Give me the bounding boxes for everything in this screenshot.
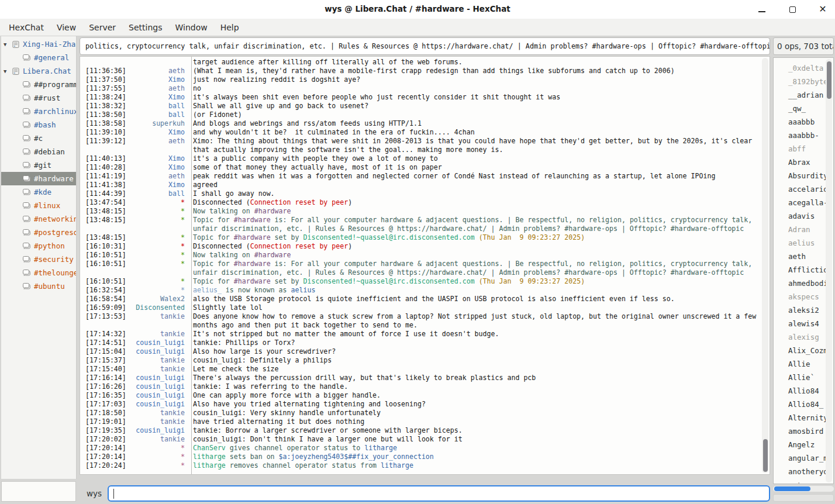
- userlist-item[interactable]: alewis4: [774, 317, 833, 330]
- tree-channel-kde[interactable]: #kde: [1, 185, 76, 199]
- userlist-item[interactable]: aaabbb: [774, 115, 833, 129]
- nick: tankie: [127, 409, 189, 417]
- userlist-scrollbar-thumb[interactable]: [827, 61, 831, 99]
- menu-hexchat[interactable]: HexChat: [2, 20, 50, 34]
- message-text: agreed: [189, 181, 760, 189]
- userlist-item[interactable]: anotheryo: [774, 465, 833, 478]
- chat-line: [13:47:54]*Disconnected (Connection rese…: [80, 198, 760, 207]
- userlist-item[interactable]: _0xdelta: [774, 61, 833, 75]
- tree-channel-linux[interactable]: #linux: [1, 199, 76, 212]
- server-icon: [12, 40, 20, 49]
- message-text: have tried alternating it but does nothi…: [189, 417, 760, 426]
- close-button[interactable]: ✕: [816, 3, 829, 16]
- nick: cousin_luigi: [127, 391, 189, 400]
- userlist-item[interactable]: abff: [774, 142, 833, 156]
- userlist-hscrollbar[interactable]: [773, 486, 834, 492]
- userlist-item[interactable]: Abrax: [774, 156, 833, 169]
- tree-item-label: #c: [34, 134, 43, 143]
- channel-icon: [22, 81, 31, 88]
- tree-server-libera-chat[interactable]: ▼Libera.Chat: [1, 64, 76, 78]
- chat-scrollbar-thumb[interactable]: [763, 439, 768, 472]
- user-list[interactable]: _0xdelta_8192byte__adrian_qw_aaabbbaaabb…: [773, 57, 834, 484]
- menu-settings[interactable]: Settings: [122, 20, 168, 34]
- tree-channel-ubuntu[interactable]: #ubuntu: [1, 279, 76, 293]
- menu-help[interactable]: Help: [214, 20, 246, 34]
- tree-channel-programming[interactable]: ##programming: [1, 78, 76, 91]
- chat-area[interactable]: target audience after killing off litera…: [80, 56, 770, 475]
- userlist-scrollbar[interactable]: [826, 59, 832, 482]
- userlist-item[interactable]: Afflictio: [774, 263, 833, 277]
- userlist-item[interactable]: alexisg: [774, 330, 833, 344]
- timestamp: [16:10:31]: [80, 242, 127, 251]
- chat-line: [17:20:14]*litharge sets ban on $a:joeyz…: [80, 453, 760, 461]
- userlist-hscrollbar-thumb[interactable]: [774, 486, 810, 491]
- minimize-button[interactable]: [755, 3, 768, 16]
- tree-channel-bash[interactable]: #bash: [1, 118, 76, 132]
- userlist-item[interactable]: _qw_: [774, 102, 833, 115]
- expander-icon[interactable]: ▼: [4, 68, 12, 74]
- userlist-item[interactable]: _8192byte: [774, 75, 833, 88]
- tree-channel-thelounge[interactable]: #thelounge: [1, 266, 76, 279]
- userlist-item[interactable]: Angelz: [774, 438, 833, 451]
- userlist-item[interactable]: acegalla-: [774, 196, 833, 209]
- message-text: Let me check the size: [189, 365, 760, 374]
- userlist-item[interactable]: accelario: [774, 182, 833, 196]
- userlist-item[interactable]: Allie`: [774, 371, 833, 384]
- userlist-item[interactable]: aeth: [774, 250, 833, 263]
- topic-bar[interactable]: politics, cryptocurrency talk, unfair di…: [80, 37, 770, 55]
- channel-icon: [22, 175, 31, 182]
- tree-channel-python[interactable]: #python: [1, 239, 76, 253]
- menu-window[interactable]: Window: [168, 20, 213, 34]
- menu-server[interactable]: Server: [82, 20, 122, 34]
- userlist-item[interactable]: angular_m: [774, 451, 833, 465]
- input-row: wys: [80, 484, 770, 503]
- userlist-item[interactable]: __adrian: [774, 88, 833, 102]
- tree-channel-debian[interactable]: #debian: [1, 145, 76, 158]
- userlist-item[interactable]: amosbird: [774, 424, 833, 438]
- nick: *: [127, 444, 189, 453]
- nick: cousin_luigi: [127, 382, 189, 391]
- userlist-item[interactable]: Allio84_: [774, 398, 833, 411]
- userlist-item[interactable]: Absurdity: [774, 169, 833, 182]
- userlist-item[interactable]: aelius: [774, 236, 833, 250]
- userlist-item[interactable]: akspecs: [774, 290, 833, 303]
- userlist-item[interactable]: ante: [774, 478, 833, 484]
- menu-view[interactable]: View: [50, 20, 82, 34]
- userlist-item[interactable]: aaabbb-: [774, 129, 833, 142]
- maximize-button[interactable]: [786, 3, 799, 16]
- tree-channel-postgresql[interactable]: #postgresql: [1, 226, 76, 239]
- chat-line: [17:20:24]*litharge removes channel oper…: [80, 461, 760, 470]
- tree-channel-git[interactable]: #git: [1, 158, 76, 172]
- tree-channel-archlinux[interactable]: #archlinux: [1, 105, 76, 118]
- userlist-item[interactable]: adavis: [774, 209, 833, 223]
- tree-channel-security[interactable]: #security: [1, 253, 76, 266]
- nick: ball: [127, 189, 189, 198]
- chat-line: [11:38:50]ball(or Fidonet): [80, 111, 760, 119]
- message-input[interactable]: [108, 485, 770, 502]
- tree-server-xing-hai-zhan[interactable]: ▼Xing-Hai-Zhan: [1, 37, 76, 51]
- timestamp: [11:38:50]: [80, 111, 127, 119]
- userlist-item[interactable]: aleksi2: [774, 303, 833, 317]
- tree-item-label: #git: [34, 161, 51, 170]
- chat-line: [17:19:01]tankiehave tried alternating i…: [80, 417, 760, 426]
- userlist-item[interactable]: ahmedbodi: [774, 277, 833, 290]
- userlist-item[interactable]: Alternity: [774, 411, 833, 424]
- tree-channel-c[interactable]: #c: [1, 132, 76, 145]
- message-text: just now realizing reddit is dogshit aye…: [189, 75, 760, 84]
- tree-channel-networking[interactable]: #networking: [1, 212, 76, 226]
- tree-channel-rust[interactable]: ##rust: [1, 91, 76, 105]
- message-text: litharge removes channel operator status…: [189, 461, 760, 470]
- chat-line: [16:10:31]*Disconnected (Connection rese…: [80, 242, 760, 251]
- userlist-item[interactable]: Adran: [774, 223, 833, 236]
- tree-channel-hardware[interactable]: #hardware: [1, 172, 76, 185]
- tree-channel-general[interactable]: #general: [1, 51, 76, 64]
- chat-scrollbar[interactable]: [762, 58, 768, 473]
- nick: Ximo: [127, 181, 189, 189]
- userlist-item[interactable]: Allio84: [774, 384, 833, 398]
- expander-icon[interactable]: ▼: [4, 42, 12, 47]
- message-text: Shall we all give up and go back to usen…: [189, 102, 760, 111]
- userlist-item[interactable]: Alix_Cozm: [774, 344, 833, 357]
- nick: aeth: [127, 172, 189, 181]
- nick: Disconsented: [127, 303, 189, 312]
- userlist-item[interactable]: Allie: [774, 357, 833, 371]
